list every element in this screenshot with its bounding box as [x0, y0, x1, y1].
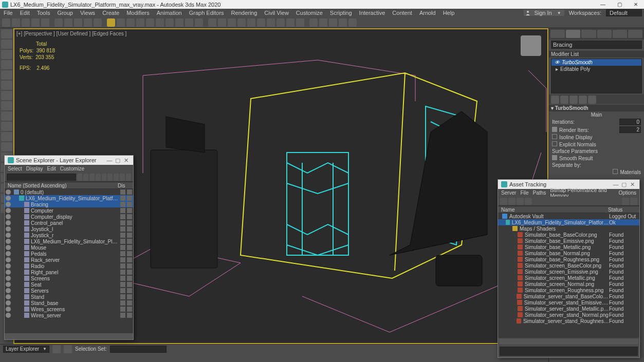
asset-panel-minimize[interactable]: — [612, 181, 620, 187]
display-icon[interactable] [127, 208, 132, 213]
toolbar-selection-filter[interactable] [107, 18, 115, 27]
left-tool-5[interactable] [1, 70, 12, 80]
freeze-icon[interactable] [120, 189, 125, 195]
asset-tree[interactable]: Autodesk Vault Logged Out LX6_Medium_Fid… [498, 213, 639, 338]
display-icon[interactable] [127, 239, 132, 244]
visibility-icon[interactable] [6, 313, 11, 318]
layer-tool-1[interactable] [83, 174, 88, 181]
visibility-icon[interactable] [6, 245, 11, 250]
toolbar-extra-13[interactable] [329, 18, 337, 27]
layer-row[interactable]: Joystick_l [5, 226, 133, 232]
layer-row[interactable]: LX6_Medium_Fidelity_Simulator_Platform [5, 238, 133, 244]
layer-row[interactable]: LX6_Medium_Fidelity_Simulator_Platform [5, 195, 133, 201]
display-icon[interactable] [127, 313, 132, 318]
toolbar-render-setup[interactable] [175, 18, 183, 27]
menu-views[interactable]: Views [79, 10, 97, 16]
asset-column-header[interactable]: Name Status [498, 206, 639, 213]
menu-group[interactable]: Group [56, 10, 75, 16]
layer-hscroll[interactable] [5, 333, 133, 339]
visibility-icon[interactable] [6, 189, 11, 195]
left-tool-7[interactable] [1, 91, 12, 100]
asset-tool-3[interactable] [517, 198, 524, 205]
freeze-icon[interactable] [120, 257, 125, 262]
toolbar-extra-4[interactable] [237, 18, 246, 27]
asset-hscroll[interactable] [499, 339, 638, 344]
asset-row[interactable]: Simulator_server_stand_Metallic.png Foun… [498, 306, 639, 312]
visibility-icon[interactable] [6, 300, 11, 306]
renderiters-check[interactable] [552, 127, 557, 132]
window-close[interactable]: ✕ [630, 2, 642, 7]
toolbar-extra-12[interactable] [319, 18, 327, 27]
asset-row[interactable]: Simulator_base_Roughness.png Found [498, 256, 639, 262]
layer-tree[interactable]: 0 (default) LX6_Medium_Fidelity_Simulato… [5, 189, 133, 333]
visibility-icon[interactable] [6, 282, 11, 287]
iterations-spinner[interactable]: 0 [619, 119, 641, 125]
display-icon[interactable] [127, 220, 132, 225]
display-icon[interactable] [127, 226, 132, 232]
menu-help[interactable]: Help [441, 10, 456, 16]
tab-create[interactable] [550, 30, 565, 38]
layer-tool-4[interactable] [102, 174, 107, 181]
renderiters-spinner[interactable]: 2 [619, 126, 641, 133]
visibility-icon[interactable] [6, 233, 11, 238]
status-lock-button[interactable] [52, 345, 61, 353]
clear-search-icon[interactable] [77, 174, 82, 181]
toolbar-extra-3[interactable] [228, 18, 236, 27]
toolbar-schematic[interactable] [156, 18, 164, 27]
layer-row[interactable]: Stand_base [5, 300, 133, 306]
asset-row[interactable]: Simulator_screen_Normal.png Found [498, 281, 639, 287]
asset-row[interactable]: Simulator_server_stand_Normal.png Found [498, 312, 639, 318]
layer-row[interactable]: Bracing [5, 201, 133, 207]
visibility-icon[interactable] [6, 276, 11, 281]
window-minimize[interactable]: — [597, 2, 609, 7]
toolbar-rotate[interactable] [64, 18, 72, 27]
freeze-icon[interactable] [120, 270, 125, 275]
asset-row[interactable]: Simulator_server_stand_Emissive.png Foun… [498, 299, 639, 306]
remove-modifier-button[interactable] [579, 96, 587, 104]
layer-row[interactable]: Mouse [5, 244, 133, 251]
toolbar-extra-7[interactable] [267, 18, 275, 27]
display-icon[interactable] [127, 307, 132, 312]
layer-row[interactable]: Wires_screens [5, 306, 133, 312]
left-tool-1[interactable] [1, 29, 12, 39]
freeze-icon[interactable] [120, 239, 125, 244]
asset-menu-server[interactable]: Server [501, 190, 516, 196]
visibility-icon[interactable] [6, 307, 11, 312]
left-tool-12[interactable] [1, 142, 12, 151]
menu-modifiers[interactable]: Modifiers [125, 10, 151, 16]
visibility-icon[interactable] [6, 251, 11, 256]
selset-combo[interactable] [110, 346, 167, 353]
asset-row[interactable]: Autodesk Vault Logged Out [498, 213, 639, 219]
layer-row[interactable]: Control_panel [5, 220, 133, 226]
display-icon[interactable] [127, 233, 132, 238]
toolbar-angle-snap[interactable] [94, 18, 102, 27]
tab-modify[interactable] [566, 30, 580, 38]
status-selset-button[interactable] [64, 345, 72, 353]
layer-row[interactable]: Computer [5, 207, 133, 214]
asset-tool-1[interactable] [500, 198, 507, 205]
asset-row[interactable]: Simulator_base_Emissive.png Found [498, 238, 639, 244]
toolbar-unlink[interactable] [31, 18, 40, 27]
display-icon[interactable] [127, 282, 132, 287]
panel-close[interactable]: ✕ [122, 157, 130, 164]
visibility-icon[interactable] [6, 214, 11, 219]
display-icon[interactable] [127, 196, 132, 201]
left-tool-11[interactable] [1, 132, 12, 141]
layer-row[interactable]: Servers [5, 288, 133, 294]
visibility-icon[interactable] [6, 208, 11, 213]
visibility-icon[interactable] [6, 288, 11, 293]
toolbar-material-editor[interactable] [165, 18, 174, 27]
menu-tools[interactable]: Tools [35, 10, 52, 16]
layer-row[interactable]: Radio [5, 263, 133, 269]
visibility-icon[interactable] [6, 202, 11, 207]
display-icon[interactable] [127, 288, 132, 293]
window-maximize[interactable]: ▢ [613, 2, 625, 7]
asset-menu-file[interactable]: File [520, 190, 528, 196]
toolbar-extra-14[interactable] [339, 18, 347, 27]
toolbar-extra-15[interactable] [348, 18, 357, 27]
toolbar-extra-6[interactable] [257, 18, 265, 27]
toolbar-redo[interactable] [12, 18, 20, 27]
display-icon[interactable] [127, 257, 132, 262]
menu-animation[interactable]: Animation [155, 10, 183, 16]
freeze-icon[interactable] [120, 294, 125, 299]
